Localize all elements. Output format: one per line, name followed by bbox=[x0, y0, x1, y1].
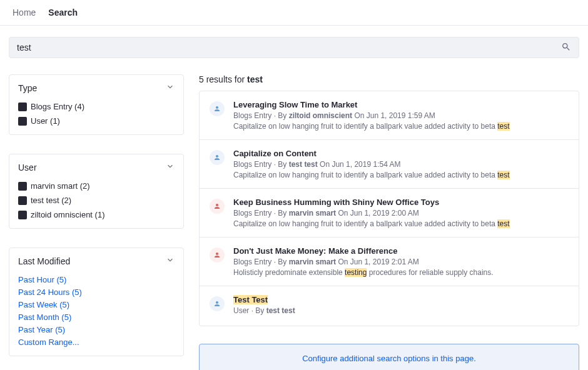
facet-item-label: marvin smart (2) bbox=[31, 181, 90, 191]
facet-type-item[interactable]: User (1) bbox=[18, 116, 175, 126]
facet-modified-header[interactable]: Last Modified bbox=[18, 256, 175, 266]
facet-item-label: Blogs Entry (4) bbox=[31, 102, 84, 111]
user-avatar-icon bbox=[210, 199, 225, 214]
user-avatar-icon bbox=[210, 296, 225, 311]
user-avatar-icon bbox=[210, 150, 225, 165]
result-snippet: Capitalize on low hanging fruit to ident… bbox=[233, 219, 569, 228]
facet-modified-item[interactable]: Past Year (5) bbox=[18, 325, 175, 334]
result-item[interactable]: Capitalize on Content Blogs Entry · By t… bbox=[200, 140, 579, 189]
facet-user: User marvin smart (2) test test (2) zilt… bbox=[9, 154, 184, 229]
result-meta: Blogs Entry · By marvin smart On Jun 1, … bbox=[233, 209, 569, 218]
result-title: Keep Business Humming with Shiny New Off… bbox=[233, 198, 569, 207]
result-item[interactable]: Don't Just Make Money: Make a Difference… bbox=[200, 238, 579, 286]
facet-type-header[interactable]: Type bbox=[18, 82, 175, 93]
highlight: test bbox=[497, 122, 509, 131]
results-list: Leveraging Slow Time to Market Blogs Ent… bbox=[199, 91, 579, 326]
checkbox-icon bbox=[18, 196, 27, 205]
config-banner-link[interactable]: Configure additional search options in t… bbox=[302, 354, 476, 363]
result-title: Leveraging Slow Time to Market bbox=[233, 100, 569, 109]
result-meta: User · By test test bbox=[233, 306, 569, 315]
highlight: Test Test bbox=[233, 295, 268, 304]
chevron-down-icon bbox=[166, 162, 175, 172]
result-item[interactable]: Leveraging Slow Time to Market Blogs Ent… bbox=[200, 91, 579, 140]
result-snippet: Capitalize on low hanging fruit to ident… bbox=[233, 171, 569, 179]
checkbox-icon bbox=[18, 211, 27, 219]
facet-modified-item[interactable]: Past Hour (5) bbox=[18, 275, 175, 284]
nav-home[interactable]: Home bbox=[13, 8, 36, 18]
checkbox-icon bbox=[18, 117, 27, 126]
highlight: test bbox=[497, 219, 509, 228]
result-body: Test Test User · By test test bbox=[233, 295, 569, 317]
result-body: Capitalize on Content Blogs Entry · By t… bbox=[233, 149, 569, 179]
facets-sidebar: Type Blogs Entry (4) User (1) User bbox=[9, 74, 184, 356]
result-title: Don't Just Make Money: Make a Difference bbox=[233, 246, 569, 256]
result-item[interactable]: Test Test User · By test test bbox=[200, 286, 579, 326]
facet-item-label: User (1) bbox=[31, 116, 60, 126]
facet-type: Type Blogs Entry (4) User (1) bbox=[9, 74, 184, 135]
top-nav: Home Search bbox=[0, 0, 588, 26]
result-meta: Blogs Entry · By ziltoid omniscient On J… bbox=[233, 111, 569, 120]
results-main: 5 results for test Leveraging Slow Time … bbox=[199, 74, 579, 370]
result-title: Test Test bbox=[233, 295, 569, 304]
facet-user-item[interactable]: marvin smart (2) bbox=[18, 181, 175, 191]
facet-user-title: User bbox=[18, 162, 37, 172]
facet-modified-item[interactable]: Past Month (5) bbox=[18, 312, 175, 322]
results-count: 5 results for test bbox=[199, 74, 579, 84]
result-snippet: Holisticly predominate extensible testin… bbox=[233, 268, 569, 277]
facet-modified-title: Last Modified bbox=[18, 256, 70, 266]
result-meta: Blogs Entry · By test test On Jun 1, 201… bbox=[233, 160, 569, 169]
result-meta: Blogs Entry · By marvin smart On Jun 1, … bbox=[233, 258, 569, 266]
facet-user-header[interactable]: User bbox=[18, 162, 175, 172]
chevron-down-icon bbox=[166, 82, 175, 93]
result-item[interactable]: Keep Business Humming with Shiny New Off… bbox=[200, 189, 579, 238]
chevron-down-icon bbox=[166, 256, 175, 266]
facet-item-label: ziltoid omniscient (1) bbox=[31, 210, 105, 219]
highlight: testing bbox=[345, 268, 367, 277]
facet-user-list: marvin smart (2) test test (2) ziltoid o… bbox=[18, 181, 175, 219]
user-avatar-icon bbox=[210, 248, 225, 262]
search-bar bbox=[9, 37, 579, 58]
result-snippet: Capitalize on low hanging fruit to ident… bbox=[233, 122, 569, 131]
facet-modified: Last Modified Past Hour (5) Past 24 Hour… bbox=[9, 248, 184, 356]
user-avatar-icon bbox=[210, 101, 225, 116]
facet-type-list: Blogs Entry (4) User (1) bbox=[18, 102, 175, 126]
result-body: Keep Business Humming with Shiny New Off… bbox=[233, 198, 569, 228]
result-body: Leveraging Slow Time to Market Blogs Ent… bbox=[233, 100, 569, 131]
checkbox-icon bbox=[18, 102, 27, 111]
search-icon[interactable] bbox=[561, 42, 571, 54]
config-banner: Configure additional search options in t… bbox=[199, 344, 579, 370]
facet-user-item[interactable]: ziltoid omniscient (1) bbox=[18, 210, 175, 219]
facet-modified-list: Past Hour (5) Past 24 Hours (5) Past Wee… bbox=[18, 275, 175, 347]
facet-modified-item[interactable]: Past 24 Hours (5) bbox=[18, 288, 175, 297]
results-count-term: test bbox=[247, 74, 263, 84]
highlight: test bbox=[497, 171, 509, 179]
search-input[interactable] bbox=[17, 42, 561, 52]
facet-item-label: test test (2) bbox=[31, 196, 71, 205]
result-body: Don't Just Make Money: Make a Difference… bbox=[233, 246, 569, 277]
facet-modified-item[interactable]: Past Week (5) bbox=[18, 300, 175, 309]
nav-search[interactable]: Search bbox=[48, 8, 78, 18]
result-title: Capitalize on Content bbox=[233, 149, 569, 158]
results-count-prefix: 5 results for bbox=[199, 74, 247, 84]
facet-type-title: Type bbox=[18, 83, 37, 93]
facet-modified-item[interactable]: Custom Range... bbox=[18, 338, 175, 347]
checkbox-icon bbox=[18, 182, 27, 191]
facet-type-item[interactable]: Blogs Entry (4) bbox=[18, 102, 175, 111]
facet-user-item[interactable]: test test (2) bbox=[18, 196, 175, 205]
